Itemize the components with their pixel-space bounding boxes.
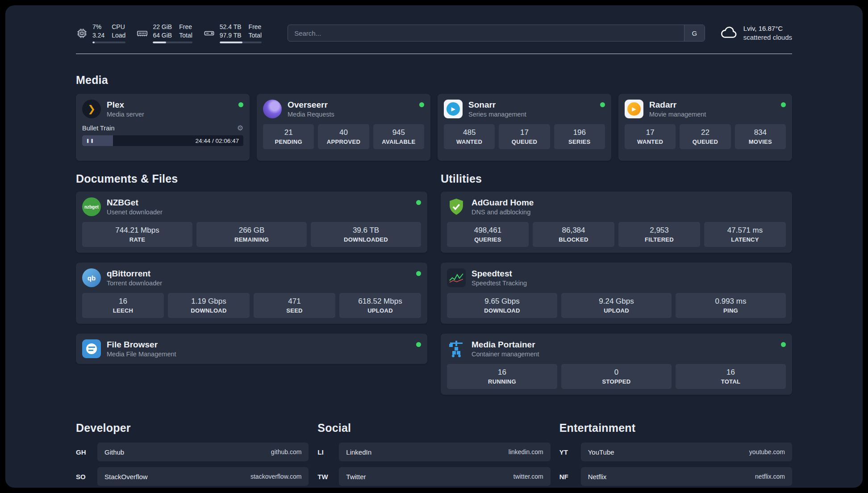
app-card-radarr[interactable]: ▶ Radarr Movie management 17 WANTED 22 (618, 94, 792, 161)
utilities-heading: Utilities (441, 172, 792, 185)
search-input[interactable] (288, 25, 684, 41)
player-progress-bar[interactable]: ❚❚ 24:44 / 02:06:47 (82, 135, 243, 146)
nzbget-icon: nzbget (82, 197, 101, 216)
stat-tile: 196 SERIES (554, 124, 605, 149)
app-card-portainer[interactable]: Media Portainer Container management 16 … (441, 334, 792, 395)
utilities-column: Utilities AdGuard Home DNS and adblockin… (441, 172, 792, 405)
bookmark-netflix[interactable]: NF Netflix netflix.com (559, 467, 792, 486)
app-name: Speedtest (472, 269, 527, 279)
ram-widget: 22 GiB64 GiB FreeTotal (136, 23, 192, 43)
app-name: AdGuard Home (472, 198, 534, 208)
stat-tile: 266 GB REMAINING (196, 222, 307, 247)
app-name: Overseerr (288, 100, 334, 110)
bookmark-stackoverflow[interactable]: SO StackOverflow stackoverflow.com (76, 467, 309, 486)
stat-tile: 485 WANTED (444, 124, 495, 149)
app-name: Media Portainer (472, 340, 539, 350)
bookmark-youtube[interactable]: YT YouTube youtube.com (559, 443, 792, 461)
bookmarks-section: Developer GH Github github.com SO StackO… (76, 422, 792, 488)
stat-tile: 945 AVAILABLE (373, 124, 424, 149)
stat-tile: 16 RUNNING (447, 364, 557, 389)
stat-tile: 9.24 Gbps UPLOAD (561, 293, 672, 318)
disk-labels: FreeTotal (249, 23, 262, 39)
app-desc: Media Requests (288, 111, 334, 118)
app-desc: Media server (107, 111, 144, 118)
stat-tile: 498,461 QUERIES (447, 222, 529, 247)
app-desc: Movie management (649, 111, 706, 118)
search-engine-button[interactable]: G (684, 25, 705, 41)
app-card-nzbget[interactable]: nzbget NZBGet Usenet downloader 744.21 M… (76, 192, 427, 253)
weather-location: Lviv, 16.87°C (743, 24, 792, 33)
app-desc: DNS and adblocking (472, 209, 534, 216)
ram-values: 22 GiB64 GiB (153, 23, 172, 39)
bookmark-twitter[interactable]: TW Twitter twitter.com (317, 467, 550, 486)
bookmark-abbr: YT (559, 448, 575, 456)
qbittorrent-icon: qb (82, 268, 101, 287)
app-card-speedtest[interactable]: Speedtest Speedtest Tracking 9.65 Gbps D… (441, 263, 792, 324)
app-card-adguard[interactable]: AdGuard Home DNS and adblocking 498,461 … (441, 192, 792, 253)
bookmark-abbr: LI (317, 448, 333, 456)
settings-gear-icon[interactable]: ⚙ (237, 124, 243, 132)
app-card-plex[interactable]: ❯ Plex Media server Bullet Train ⚙ ❚❚ 24… (76, 94, 250, 161)
status-dot (416, 271, 421, 276)
stat-tile: 17 QUEUED (499, 124, 550, 149)
bookmark-linkedin[interactable]: LI LinkedIn linkedin.com (317, 443, 550, 461)
app-card-overseerr[interactable]: Overseerr Media Requests 21 PENDING 40 A… (257, 94, 430, 161)
stat-tile: 2,953 FILTERED (618, 222, 700, 247)
cpu-widget: 7%3.24 CPULoad (76, 23, 125, 43)
bookmark-group-developer: Developer GH Github github.com SO StackO… (76, 422, 309, 488)
stat-tile: 834 MOVIES (735, 124, 786, 149)
search-bar: G (288, 25, 705, 42)
stat-tile: 16 LEECH (82, 293, 164, 318)
disk-widget: 52.4 TB97.9 TB FreeTotal (203, 23, 262, 43)
app-card-filebrowser[interactable]: File Browser Media File Management (76, 334, 427, 364)
documents-heading: Documents & Files (76, 172, 427, 185)
weather-widget: Lviv, 16.87°C scattered clouds (720, 24, 792, 42)
stat-tile: 744.21 Mbps RATE (82, 222, 192, 247)
disk-values: 52.4 TB97.9 TB (220, 23, 242, 39)
stat-tile: 9.65 Gbps DOWNLOAD (447, 293, 557, 318)
stat-tile: 39.6 TB DOWNLOADED (311, 222, 421, 247)
app-desc: Speedtest Tracking (472, 280, 527, 287)
status-dot (600, 102, 605, 107)
disk-progress (220, 42, 262, 43)
social-heading: Social (317, 422, 550, 435)
bookmark-abbr: TW (317, 473, 333, 480)
filebrowser-icon (82, 339, 101, 358)
app-name: qBittorrent (107, 269, 162, 279)
adguard-icon (447, 197, 466, 216)
app-card-sonarr[interactable]: ▶ Sonarr Series management 485 WANTED 17 (438, 94, 611, 161)
documents-column: Documents & Files nzbget NZBGet Usenet d… (76, 172, 427, 405)
now-playing-title: Bullet Train (82, 125, 115, 132)
entertainment-heading: Entertainment (559, 422, 792, 435)
bookmark-github[interactable]: GH Github github.com (76, 443, 309, 461)
bookmark-abbr: SO (76, 473, 91, 480)
radarr-icon: ▶ (625, 100, 643, 118)
overseerr-icon (263, 100, 282, 118)
app-name: NZBGet (107, 198, 163, 208)
stat-tile: 22 QUEUED (680, 124, 730, 149)
pause-icon[interactable]: ❚❚ (86, 138, 95, 143)
developer-heading: Developer (76, 422, 309, 435)
plex-icon: ❯ (82, 100, 101, 118)
cpu-labels: CPULoad (112, 23, 125, 39)
status-dot (416, 200, 421, 205)
app-name: File Browser (107, 340, 176, 350)
status-dot (416, 342, 421, 347)
stat-tile: 0.993 ms PING (676, 293, 786, 318)
media-section: Media ❯ Plex Media server Bullet Train ⚙ (76, 74, 792, 161)
app-card-qbittorrent[interactable]: qb qBittorrent Torrent downloader 16 LEE… (76, 263, 427, 324)
cpu-progress (92, 42, 125, 43)
app-desc: Series management (468, 111, 526, 118)
status-dot (781, 102, 786, 107)
player-time: 24:44 / 02:06:47 (195, 138, 239, 144)
app-desc: Media File Management (107, 351, 176, 358)
weather-condition: scattered clouds (743, 33, 792, 42)
status-dot (419, 102, 424, 107)
cpu-values: 7%3.24 (92, 23, 104, 39)
stat-tile: 47.571 ms LATENCY (704, 222, 786, 247)
app-name: Plex (107, 100, 144, 110)
status-dot (781, 342, 786, 347)
topbar: 7%3.24 CPULoad (76, 21, 792, 46)
stat-tile: 17 WANTED (625, 124, 676, 149)
app-desc: Container management (472, 351, 539, 358)
